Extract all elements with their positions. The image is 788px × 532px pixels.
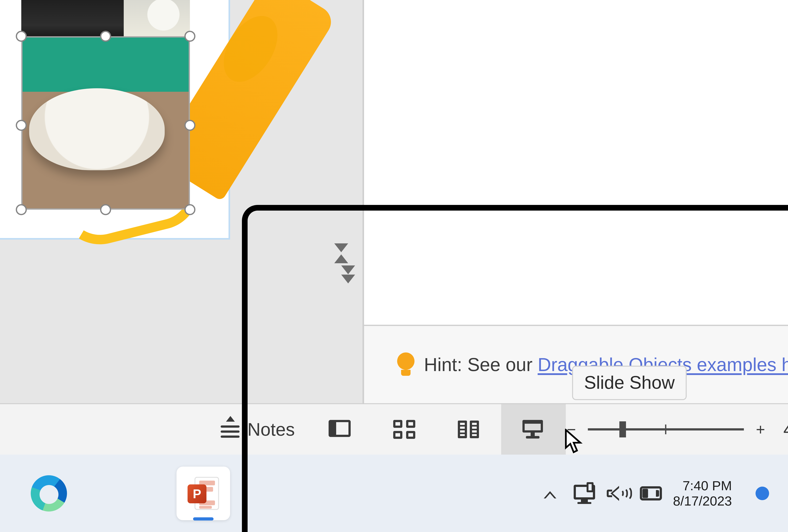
resize-handle-w[interactable]: [16, 120, 27, 131]
zoom-slider[interactable]: [588, 428, 744, 431]
system-tray: 7:40 PM 8/17/2023: [540, 478, 769, 509]
slide-thumbnail-panel: [0, 0, 364, 403]
resize-handle-se[interactable]: [184, 204, 195, 215]
taskbar-clock[interactable]: 7:40 PM 8/17/2023: [673, 478, 732, 509]
resize-handle-s[interactable]: [100, 204, 111, 215]
pane-divider[interactable]: [362, 0, 364, 403]
slide-editor-canvas[interactable]: [364, 0, 788, 325]
canvas-notes-divider[interactable]: [364, 325, 788, 326]
tray-display-button[interactable]: [574, 484, 593, 503]
taskbar-time: 7:40 PM: [673, 478, 732, 493]
next-slide-arrow-icon[interactable]: [334, 243, 348, 252]
zoom-controls: − + 45%: [566, 404, 788, 455]
notes-icon: [221, 421, 239, 438]
slide-preview: [0, 0, 229, 238]
monitor-icon: [574, 483, 593, 504]
taskbar-app-powerpoint[interactable]: P: [177, 467, 230, 520]
reading-view-icon: [458, 420, 480, 439]
slide-thumbnail[interactable]: [0, 0, 290, 265]
resize-handle-ne[interactable]: [184, 31, 195, 42]
normal-view-icon: [329, 420, 351, 439]
resize-handle-sw[interactable]: [16, 204, 27, 215]
battery-icon: [640, 486, 659, 500]
slide-show-tooltip: Slide Show: [572, 366, 687, 400]
slide-show-view-button[interactable]: [501, 404, 566, 455]
reading-view-button[interactable]: [436, 404, 501, 455]
slide-nav-arrows: [332, 241, 351, 309]
slide-show-icon: [523, 420, 545, 439]
taskbar-app-edge[interactable]: [22, 467, 76, 520]
zoom-in-button[interactable]: +: [755, 424, 766, 435]
taskbar-date: 8/17/2023: [673, 493, 732, 509]
slide-sorter-view-button[interactable]: [372, 404, 436, 455]
speaker-icon: [607, 484, 626, 503]
slide-sorter-icon: [393, 420, 415, 439]
resize-handle-e[interactable]: [184, 120, 195, 131]
view-buttons-group: [307, 404, 566, 455]
edge-icon: [31, 475, 67, 512]
resize-handle-nw[interactable]: [16, 31, 27, 42]
taskbar-apps: P: [22, 467, 230, 520]
notification-center-button[interactable]: [755, 487, 769, 500]
windows-taskbar[interactable]: P 7:40 PM 8/17/2023: [0, 455, 788, 532]
zoom-slider-knob[interactable]: [619, 421, 626, 437]
prev-slide-arrow-icon[interactable]: [334, 254, 348, 263]
selection-border: [21, 36, 190, 210]
tooltip-label: Slide Show: [584, 372, 675, 393]
zoom-slider-midtick: [665, 425, 666, 434]
lightbulb-icon: [397, 352, 414, 377]
show-hidden-icons-button[interactable]: [540, 484, 559, 503]
powerpoint-icon: P: [188, 477, 219, 510]
normal-view-button[interactable]: [307, 404, 372, 455]
notes-button[interactable]: Notes: [0, 404, 307, 455]
tray-volume-button[interactable]: [607, 484, 626, 503]
resize-handle-n[interactable]: [100, 31, 111, 42]
zoom-out-button[interactable]: −: [566, 424, 577, 435]
status-bar: Notes −: [0, 404, 788, 455]
zoom-percent-label[interactable]: 45%: [783, 419, 788, 440]
chevron-up-icon: [544, 491, 556, 498]
hint-prefix: Hint: See our: [424, 354, 537, 375]
tray-battery-button[interactable]: [640, 484, 659, 503]
notes-label: Notes: [248, 419, 295, 440]
